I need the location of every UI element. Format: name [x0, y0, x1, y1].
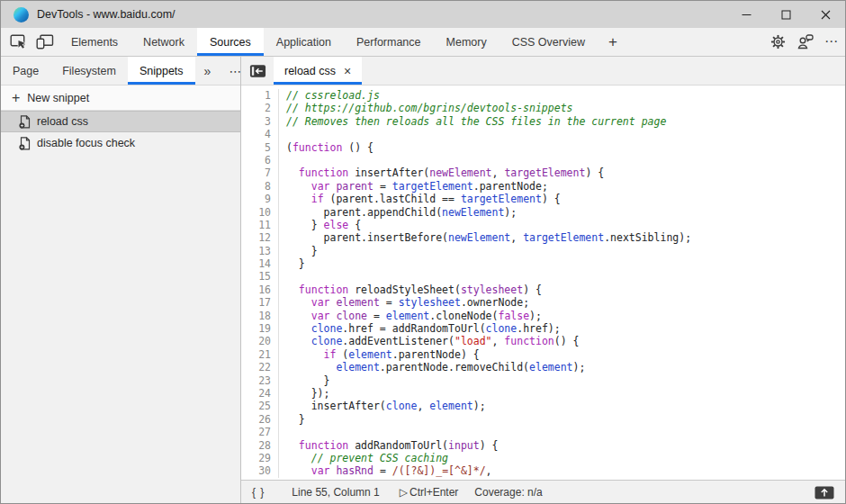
- line-number[interactable]: 5: [241, 141, 279, 154]
- code-line-content[interactable]: insertAfter(clone, element);: [279, 400, 486, 412]
- code-line[interactable]: 1// cssreload.js: [241, 89, 845, 102]
- code-line-content[interactable]: // Removes then reloads all the CSS file…: [279, 115, 666, 128]
- code-line-content[interactable]: function insertAfter(newElement, targetE…: [279, 166, 604, 179]
- tab-memory[interactable]: Memory: [434, 28, 500, 56]
- send-feedback-button[interactable]: [814, 486, 834, 500]
- more-options-button[interactable]: ⋯: [818, 28, 845, 56]
- code-line[interactable]: 8 var parent = targetElement.parentNode;: [241, 180, 845, 193]
- line-number[interactable]: 18: [241, 310, 279, 322]
- minimize-button[interactable]: [726, 1, 766, 28]
- overflow-tabs-button[interactable]: »: [195, 57, 220, 85]
- line-number[interactable]: 28: [241, 439, 279, 452]
- code-line-content[interactable]: function addRandomToUrl(input) {: [279, 439, 498, 452]
- line-number[interactable]: 8: [241, 180, 279, 193]
- code-line-content[interactable]: parent.insertBefore(newElement, targetEl…: [279, 231, 691, 244]
- code-line[interactable]: 12 parent.insertBefore(newElement, targe…: [241, 231, 845, 244]
- hide-navigator-button[interactable]: [241, 57, 274, 85]
- more-tabs-button[interactable]: +: [598, 28, 628, 56]
- line-number[interactable]: 4: [241, 128, 279, 140]
- code-line-content[interactable]: clone.href = addRandomToUrl(clone.href);: [279, 322, 561, 335]
- code-line-content[interactable]: });: [279, 387, 329, 400]
- code-line[interactable]: 9 if (parent.lastChild == targetElement)…: [241, 193, 845, 205]
- snippet-item-disable-focus-check[interactable]: disable focus check: [1, 132, 240, 154]
- code-line[interactable]: 2// https://github.com/bgrins/devtools-s…: [241, 102, 845, 114]
- code-line[interactable]: 25 insertAfter(clone, element);: [241, 400, 845, 412]
- code-line[interactable]: 18 var clone = element.cloneNode(false);: [241, 310, 845, 322]
- pretty-print-button[interactable]: { }: [241, 486, 275, 499]
- line-number[interactable]: 17: [241, 296, 279, 309]
- code-line-content[interactable]: }: [279, 413, 305, 426]
- line-number[interactable]: 14: [241, 257, 279, 270]
- code-line[interactable]: 29 // prevent CSS caching: [241, 452, 845, 464]
- line-number[interactable]: 30: [241, 464, 279, 477]
- tab-sources[interactable]: Sources: [197, 28, 264, 56]
- line-number[interactable]: 1: [241, 89, 279, 102]
- code-line[interactable]: 27: [241, 426, 845, 438]
- code-line-content[interactable]: clone.addEventListener("load", function(…: [279, 335, 579, 347]
- maximize-button[interactable]: [766, 1, 806, 28]
- code-line[interactable]: 10 parent.appendChild(newElement);: [241, 206, 845, 219]
- tab-performance[interactable]: Performance: [344, 28, 434, 56]
- tab-filesystem[interactable]: Filesystem: [50, 57, 128, 85]
- code-line-content[interactable]: function reloadStyleSheet(stylesheet) {: [279, 284, 542, 296]
- code-line-content[interactable]: // cssreload.js: [279, 89, 380, 102]
- code-line[interactable]: 28 function addRandomToUrl(input) {: [241, 439, 845, 452]
- code-area[interactable]: 1// cssreload.js2// https://github.com/b…: [241, 86, 845, 480]
- line-number[interactable]: 11: [241, 219, 279, 231]
- code-line-content[interactable]: if (parent.lastChild == targetElement) {: [279, 193, 561, 205]
- code-line-content[interactable]: var hasRnd = /([?&])_=[^&]*/,: [279, 464, 492, 477]
- line-number[interactable]: 26: [241, 413, 279, 426]
- code-line[interactable]: 26 }: [241, 413, 845, 426]
- line-number[interactable]: 7: [241, 166, 279, 179]
- code-line-content[interactable]: var clone = element.cloneNode(false);: [279, 310, 542, 322]
- code-line[interactable]: 17 var element = stylesheet.ownerNode;: [241, 296, 845, 309]
- tab-snippets[interactable]: Snippets: [128, 57, 195, 85]
- code-line[interactable]: 7 function insertAfter(newElement, targe…: [241, 166, 845, 179]
- code-line[interactable]: 30 var hasRnd = /([?&])_=[^&]*/,: [241, 464, 845, 477]
- code-line-content[interactable]: var parent = targetElement.parentNode;: [279, 180, 548, 193]
- line-number[interactable]: 29: [241, 452, 279, 464]
- code-line[interactable]: 13 }: [241, 245, 845, 257]
- code-line[interactable]: 4: [241, 128, 845, 140]
- code-line-content[interactable]: element.parentNode.removeChild(element);: [279, 361, 585, 374]
- code-line[interactable]: 14 }: [241, 257, 845, 270]
- code-line-content[interactable]: [279, 154, 286, 166]
- tab-network[interactable]: Network: [130, 28, 197, 56]
- device-toolbar-button[interactable]: [32, 28, 58, 56]
- snippet-item-reload-css[interactable]: reload css: [1, 111, 240, 132]
- code-line[interactable]: 11 } else {: [241, 219, 845, 231]
- code-line[interactable]: 23 }: [241, 374, 845, 387]
- line-number[interactable]: 3: [241, 115, 279, 128]
- line-number[interactable]: 19: [241, 322, 279, 335]
- code-line[interactable]: 22 element.parentNode.removeChild(elemen…: [241, 361, 845, 374]
- tab-css-overview[interactable]: CSS Overview: [500, 28, 598, 56]
- code-line-content[interactable]: } else {: [279, 219, 361, 231]
- code-line-content[interactable]: (function () {: [279, 141, 374, 154]
- line-number[interactable]: 10: [241, 206, 279, 219]
- tab-elements[interactable]: Elements: [58, 28, 130, 56]
- new-snippet-button[interactable]: + New snippet: [1, 86, 240, 111]
- code-line-content[interactable]: // https://github.com/bgrins/devtools-sn…: [279, 102, 573, 114]
- code-line[interactable]: 24 });: [241, 387, 845, 400]
- line-number[interactable]: 2: [241, 102, 279, 114]
- line-number[interactable]: 13: [241, 245, 279, 257]
- feedback-button[interactable]: [791, 28, 818, 56]
- editor-tab-reload-css[interactable]: reload css ×: [274, 57, 362, 85]
- line-number[interactable]: 27: [241, 426, 279, 438]
- code-line[interactable]: 20 clone.addEventListener("load", functi…: [241, 335, 845, 347]
- tab-page[interactable]: Page: [1, 57, 50, 85]
- line-number[interactable]: 16: [241, 284, 279, 296]
- close-tab-icon[interactable]: ×: [344, 65, 351, 77]
- code-line-content[interactable]: if (element.parentNode) {: [279, 348, 480, 361]
- line-number[interactable]: 22: [241, 361, 279, 374]
- code-line-content[interactable]: parent.appendChild(newElement);: [279, 206, 517, 219]
- code-line[interactable]: 5(function () {: [241, 141, 845, 154]
- code-line-content[interactable]: [279, 270, 286, 283]
- line-number[interactable]: 9: [241, 193, 279, 205]
- line-number[interactable]: 24: [241, 387, 279, 400]
- code-line-content[interactable]: }: [279, 257, 305, 270]
- line-number[interactable]: 12: [241, 231, 279, 244]
- code-line-content[interactable]: [279, 426, 286, 438]
- tab-application[interactable]: Application: [264, 28, 344, 56]
- code-line[interactable]: 21 if (element.parentNode) {: [241, 348, 845, 361]
